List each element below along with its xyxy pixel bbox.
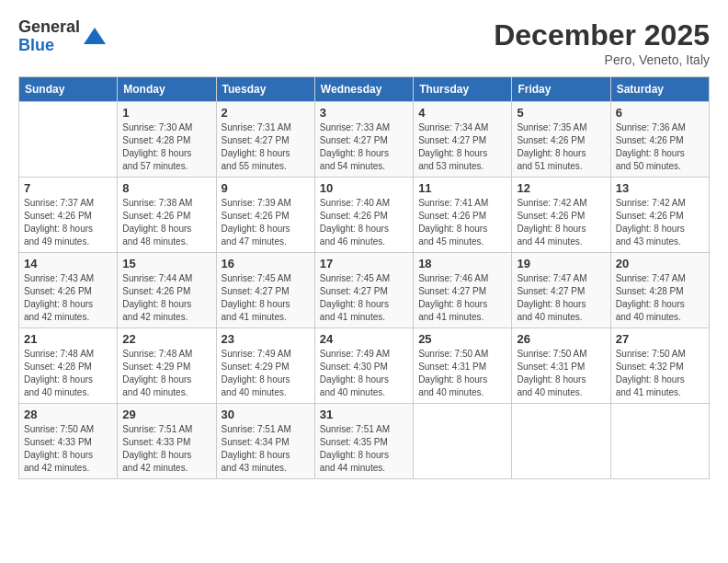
day-number: 29 (122, 408, 210, 421)
day-number: 15 (122, 257, 210, 270)
day-number: 27 (616, 332, 704, 346)
day-number: 22 (122, 332, 210, 346)
calendar-cell: 30Sunrise: 7:51 AM Sunset: 4:34 PM Dayli… (216, 404, 314, 479)
logo: General Blue (18, 18, 108, 55)
calendar-cell: 18Sunrise: 7:46 AM Sunset: 4:27 PM Dayli… (414, 253, 512, 328)
calendar-cell: 27Sunrise: 7:50 AM Sunset: 4:32 PM Dayli… (610, 328, 709, 404)
day-number: 1 (122, 106, 210, 120)
calendar-cell: 29Sunrise: 7:51 AM Sunset: 4:33 PM Dayli… (118, 404, 216, 479)
day-number: 26 (517, 332, 605, 346)
day-info: Sunrise: 7:48 AM Sunset: 4:28 PM Dayligh… (24, 348, 112, 399)
calendar-cell: 24Sunrise: 7:49 AM Sunset: 4:30 PM Dayli… (314, 328, 413, 404)
day-info: Sunrise: 7:49 AM Sunset: 4:30 PM Dayligh… (320, 348, 408, 399)
weekday-header-thursday: Thursday (414, 77, 512, 102)
day-info: Sunrise: 7:42 AM Sunset: 4:26 PM Dayligh… (616, 197, 704, 248)
day-info: Sunrise: 7:42 AM Sunset: 4:26 PM Dayligh… (517, 197, 605, 248)
calendar-cell: 16Sunrise: 7:45 AM Sunset: 4:27 PM Dayli… (216, 253, 314, 328)
week-row-2: 14Sunrise: 7:43 AM Sunset: 4:26 PM Dayli… (19, 253, 710, 328)
calendar-cell: 17Sunrise: 7:45 AM Sunset: 4:27 PM Dayli… (314, 253, 413, 328)
day-number: 23 (222, 332, 310, 346)
weekday-header-monday: Monday (118, 77, 216, 102)
calendar-cell: 3Sunrise: 7:33 AM Sunset: 4:27 PM Daylig… (314, 102, 413, 178)
day-info: Sunrise: 7:37 AM Sunset: 4:26 PM Dayligh… (24, 197, 112, 248)
logo-icon (82, 24, 108, 50)
day-info: Sunrise: 7:50 AM Sunset: 4:33 PM Dayligh… (24, 423, 112, 475)
calendar-cell: 1Sunrise: 7:30 AM Sunset: 4:28 PM Daylig… (118, 102, 216, 178)
day-number: 28 (24, 408, 112, 421)
day-number: 6 (616, 106, 704, 120)
day-number: 2 (222, 106, 310, 120)
calendar-cell: 13Sunrise: 7:42 AM Sunset: 4:26 PM Dayli… (610, 178, 709, 253)
week-row-4: 28Sunrise: 7:50 AM Sunset: 4:33 PM Dayli… (19, 404, 710, 479)
day-number: 4 (418, 106, 506, 120)
day-number: 10 (320, 181, 408, 195)
day-number: 5 (517, 106, 605, 120)
calendar-cell: 26Sunrise: 7:50 AM Sunset: 4:31 PM Dayli… (512, 328, 610, 404)
calendar-cell: 8Sunrise: 7:38 AM Sunset: 4:26 PM Daylig… (118, 178, 216, 253)
calendar-cell: 9Sunrise: 7:39 AM Sunset: 4:26 PM Daylig… (216, 178, 314, 253)
weekday-header-friday: Friday (512, 77, 610, 102)
day-number: 25 (418, 332, 506, 346)
calendar-cell: 7Sunrise: 7:37 AM Sunset: 4:26 PM Daylig… (19, 178, 118, 253)
day-info: Sunrise: 7:40 AM Sunset: 4:26 PM Dayligh… (320, 197, 408, 248)
day-number: 14 (24, 257, 112, 270)
calendar-cell: 25Sunrise: 7:50 AM Sunset: 4:31 PM Dayli… (414, 328, 512, 404)
day-number: 20 (616, 257, 704, 270)
day-number: 12 (517, 181, 605, 195)
page-header: General Blue December 2025 Pero, Veneto,… (18, 18, 710, 67)
calendar-cell: 15Sunrise: 7:44 AM Sunset: 4:26 PM Dayli… (118, 253, 216, 328)
calendar-cell: 22Sunrise: 7:48 AM Sunset: 4:29 PM Dayli… (118, 328, 216, 404)
day-number: 31 (320, 408, 408, 421)
calendar-cell: 20Sunrise: 7:47 AM Sunset: 4:28 PM Dayli… (610, 253, 709, 328)
day-number: 16 (222, 257, 310, 270)
day-number: 18 (418, 257, 506, 270)
day-number: 21 (24, 332, 112, 346)
day-info: Sunrise: 7:45 AM Sunset: 4:27 PM Dayligh… (222, 272, 310, 324)
day-number: 19 (517, 257, 605, 270)
week-row-3: 21Sunrise: 7:48 AM Sunset: 4:28 PM Dayli… (19, 328, 710, 404)
calendar-cell: 6Sunrise: 7:36 AM Sunset: 4:26 PM Daylig… (610, 102, 709, 178)
weekday-header-row: SundayMondayTuesdayWednesdayThursdayFrid… (19, 77, 710, 102)
day-info: Sunrise: 7:50 AM Sunset: 4:32 PM Dayligh… (616, 348, 704, 399)
weekday-header-saturday: Saturday (610, 77, 709, 102)
day-number: 3 (320, 106, 408, 120)
day-info: Sunrise: 7:41 AM Sunset: 4:26 PM Dayligh… (418, 197, 506, 248)
calendar-cell: 5Sunrise: 7:35 AM Sunset: 4:26 PM Daylig… (512, 102, 610, 178)
calendar-cell (610, 404, 709, 479)
logo-general-text: General (18, 18, 80, 37)
weekday-header-wednesday: Wednesday (314, 77, 413, 102)
calendar-cell: 14Sunrise: 7:43 AM Sunset: 4:26 PM Dayli… (19, 253, 118, 328)
calendar-cell: 4Sunrise: 7:34 AM Sunset: 4:27 PM Daylig… (414, 102, 512, 178)
calendar-cell: 19Sunrise: 7:47 AM Sunset: 4:27 PM Dayli… (512, 253, 610, 328)
svg-marker-0 (84, 28, 106, 44)
calendar-cell: 23Sunrise: 7:49 AM Sunset: 4:29 PM Dayli… (216, 328, 314, 404)
day-info: Sunrise: 7:47 AM Sunset: 4:27 PM Dayligh… (517, 272, 605, 324)
calendar-cell: 21Sunrise: 7:48 AM Sunset: 4:28 PM Dayli… (19, 328, 118, 404)
day-info: Sunrise: 7:33 AM Sunset: 4:27 PM Dayligh… (320, 121, 408, 173)
calendar-cell: 2Sunrise: 7:31 AM Sunset: 4:27 PM Daylig… (216, 102, 314, 178)
day-info: Sunrise: 7:48 AM Sunset: 4:29 PM Dayligh… (122, 348, 210, 399)
day-info: Sunrise: 7:46 AM Sunset: 4:27 PM Dayligh… (418, 272, 506, 324)
day-number: 11 (418, 181, 506, 195)
title-section: December 2025 Pero, Veneto, Italy (494, 18, 710, 67)
day-info: Sunrise: 7:44 AM Sunset: 4:26 PM Dayligh… (122, 272, 210, 324)
weekday-header-sunday: Sunday (19, 77, 118, 102)
day-info: Sunrise: 7:47 AM Sunset: 4:28 PM Dayligh… (616, 272, 704, 324)
week-row-0: 1Sunrise: 7:30 AM Sunset: 4:28 PM Daylig… (19, 102, 710, 178)
day-info: Sunrise: 7:36 AM Sunset: 4:26 PM Dayligh… (616, 121, 704, 173)
day-number: 24 (320, 332, 408, 346)
day-info: Sunrise: 7:51 AM Sunset: 4:35 PM Dayligh… (320, 423, 408, 475)
calendar-cell: 28Sunrise: 7:50 AM Sunset: 4:33 PM Dayli… (19, 404, 118, 479)
day-info: Sunrise: 7:51 AM Sunset: 4:33 PM Dayligh… (122, 423, 210, 475)
logo-blue-text: Blue (18, 37, 80, 55)
day-info: Sunrise: 7:38 AM Sunset: 4:26 PM Dayligh… (122, 197, 210, 248)
calendar-cell: 12Sunrise: 7:42 AM Sunset: 4:26 PM Dayli… (512, 178, 610, 253)
day-info: Sunrise: 7:39 AM Sunset: 4:26 PM Dayligh… (222, 197, 310, 248)
location-subtitle: Pero, Veneto, Italy (494, 52, 710, 67)
day-info: Sunrise: 7:43 AM Sunset: 4:26 PM Dayligh… (24, 272, 112, 324)
calendar-cell (512, 404, 610, 479)
weekday-header-tuesday: Tuesday (216, 77, 314, 102)
day-number: 7 (24, 181, 112, 195)
calendar-table: SundayMondayTuesdayWednesdayThursdayFrid… (18, 76, 710, 479)
day-number: 17 (320, 257, 408, 270)
